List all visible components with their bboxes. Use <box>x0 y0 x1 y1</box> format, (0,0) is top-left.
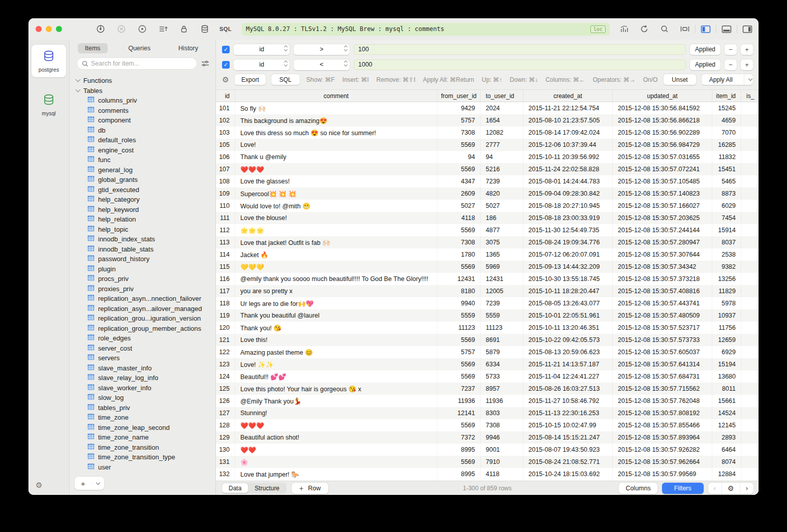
cell-comment[interactable]: Love this photo! Your hair is gorgeous 😘… <box>235 383 437 395</box>
tree-item-servers[interactable]: servers <box>76 353 215 363</box>
cell-comment[interactable]: 🌸 <box>235 456 437 468</box>
cell-is_[interactable] <box>741 419 759 431</box>
cell-comment[interactable]: Love the glasses! <box>235 175 437 187</box>
cell-updated_at[interactable]: 2015-12-08 15:30:57.105485 <box>613 175 712 187</box>
cell-created_at[interactable]: 2015-10-11 20:39:56.992 <box>523 151 613 163</box>
tree-item-gtid_executed[interactable]: gtid_executed <box>76 185 215 195</box>
cell-from_user_id[interactable]: 94 <box>437 151 481 163</box>
cell-id[interactable]: 111 <box>216 212 235 224</box>
table-row[interactable]: 108Love the glasses!434772392015-08-01 1… <box>216 175 759 187</box>
cell-created_at[interactable]: 2015-10-11 13:20:46.351 <box>523 322 613 334</box>
cell-is_[interactable] <box>741 407 759 419</box>
cell-is_[interactable] <box>741 431 759 444</box>
add-row-button[interactable]: + Row <box>292 483 328 494</box>
cell-item_id[interactable]: 8037 <box>712 236 741 248</box>
cell-is_[interactable] <box>741 187 759 200</box>
table-row[interactable]: 118Ur legs are to die for🙌💖994072392015-… <box>216 297 759 309</box>
cell-id[interactable]: 132 <box>216 468 235 480</box>
cell-to_user_id[interactable]: 6334 <box>481 358 523 370</box>
cell-from_user_id[interactable]: 7308 <box>437 127 481 139</box>
cell-to_user_id[interactable]: 1365 <box>481 248 523 261</box>
cell-updated_at[interactable]: 2015-12-08 15:30:57.072241 <box>613 163 712 175</box>
cell-comment[interactable]: Love this! <box>235 334 437 346</box>
cell-comment[interactable]: 🌟🌟🌟 <box>235 224 437 236</box>
table-row[interactable]: 106Thank u @emily94942015-10-11 20:39:56… <box>216 151 759 163</box>
cell-id[interactable]: 125 <box>216 383 235 395</box>
cell-id[interactable]: 121 <box>216 334 235 346</box>
tree-section-tables[interactable]: Tables <box>76 85 215 96</box>
table-row[interactable]: 113Love that jacket! Outfit is fab 🙌🏻730… <box>216 236 759 248</box>
cell-comment[interactable]: you are so pretty x <box>235 285 437 297</box>
column-header-item_id[interactable]: item_id <box>712 90 741 102</box>
filter-settings-gear-icon[interactable]: ⚙ <box>222 75 229 84</box>
cell-comment[interactable]: Thank u @emily <box>235 151 437 163</box>
cell-id[interactable]: 109 <box>216 187 235 200</box>
cell-updated_at[interactable]: 2015-12-08 15:30:56.902289 <box>613 127 712 139</box>
cell-to_user_id[interactable]: 5879 <box>481 346 523 358</box>
cell-from_user_id[interactable]: 11936 <box>437 395 481 407</box>
cell-item_id[interactable]: 14524 <box>712 407 741 419</box>
cell-id[interactable]: 106 <box>216 151 235 163</box>
cell-updated_at[interactable]: 2015-12-08 15:30:57.140823 <box>613 187 712 200</box>
cell-created_at[interactable]: 2015-10-01 22:05:51.961 <box>523 309 613 322</box>
cell-updated_at[interactable]: 2015-12-08 15:30:57.373218 <box>613 273 712 285</box>
cell-id[interactable]: 127 <box>216 407 235 419</box>
cell-from_user_id[interactable]: 5569 <box>437 419 481 431</box>
cell-is_[interactable] <box>741 444 759 456</box>
cell-comment[interactable]: Stunning! <box>235 407 437 419</box>
cell-from_user_id[interactable]: 5569 <box>437 224 481 236</box>
cell-item_id[interactable]: 5465 <box>712 175 741 187</box>
cell-from_user_id[interactable]: 9429 <box>437 102 481 114</box>
table-row[interactable]: 129Beautiful action shot!737299462015-08… <box>216 431 759 444</box>
add-filter-button[interactable]: + <box>741 44 753 55</box>
cell-item_id[interactable]: 9382 <box>712 261 741 273</box>
cell-to_user_id[interactable]: 11936 <box>481 395 523 407</box>
cell-updated_at[interactable]: 2015-12-08 15:30:57.280947 <box>613 236 712 248</box>
page-settings-gear-icon[interactable]: ⚙ <box>721 483 740 494</box>
table-row[interactable]: 123Love! ✨✨556963342015-11-21 14:13:57.1… <box>216 358 759 370</box>
connection-mysql[interactable]: mysql <box>32 88 66 121</box>
cell-item_id[interactable]: 6029 <box>712 200 741 212</box>
tree-item-replication_asynailover_managed[interactable]: replication_asyn...ailover_managed <box>76 304 215 314</box>
table-row[interactable]: 127Stunning!1214183032015-11-13 22:30:16… <box>216 407 759 419</box>
cell-created_at[interactable]: 2015-11-21 14:13:57.187 <box>523 358 613 370</box>
tree-item-engine_cost[interactable]: engine_cost <box>76 145 215 155</box>
cell-is_[interactable] <box>741 261 759 273</box>
cell-from_user_id[interactable]: 5569 <box>437 456 481 468</box>
column-header-id[interactable]: id <box>216 90 235 102</box>
tree-item-help_keyword[interactable]: help_keyword <box>76 205 215 215</box>
cell-is_[interactable] <box>741 468 759 480</box>
tree-item-help_relation[interactable]: help_relation <box>76 214 215 225</box>
cell-is_[interactable] <box>741 285 759 297</box>
cell-id[interactable]: 110 <box>216 200 235 212</box>
cell-item_id[interactable]: 15245 <box>712 102 741 114</box>
cell-updated_at[interactable]: 2015-12-08 15:30:56.841592 <box>613 102 712 114</box>
cell-is_[interactable] <box>741 139 759 151</box>
applied-button[interactable]: Applied <box>690 44 720 55</box>
cell-is_[interactable] <box>741 212 759 224</box>
cell-comment[interactable]: Love this dress so much 😍 so nice for su… <box>235 127 437 139</box>
chart-icon[interactable] <box>619 24 629 34</box>
export-button[interactable]: Export <box>235 74 266 85</box>
cell-is_[interactable] <box>741 151 759 163</box>
cell-id[interactable]: 129 <box>216 431 235 444</box>
cell-comment[interactable]: Thank you beautiful @laurel <box>235 309 437 322</box>
cell-from_user_id[interactable]: 1780 <box>437 248 481 261</box>
table-row[interactable]: 124Beautiful!! 💕💕556957332015-11-04 12:2… <box>216 370 759 383</box>
tree-item-time_zone_leap_second[interactable]: time_zone_leap_second <box>76 423 215 433</box>
table-row[interactable]: 103Love this dress so much 😍 so nice for… <box>216 127 759 139</box>
cell-to_user_id[interactable]: 3075 <box>481 236 523 248</box>
tree-item-password_history[interactable]: password_history <box>76 254 215 264</box>
table-row[interactable]: 121Love this!556986912015-10-22 09:42:05… <box>216 334 759 346</box>
cell-item_id[interactable]: 5978 <box>712 297 741 309</box>
cell-item_id[interactable]: 13256 <box>712 273 741 285</box>
cell-comment[interactable]: Amazing pastel theme 😊 <box>235 346 437 358</box>
cell-from_user_id[interactable]: 5569 <box>437 163 481 175</box>
filter-enabled-checkbox[interactable]: ✓ <box>222 61 230 69</box>
cell-created_at[interactable]: 2015-09-04 09:28:30.842 <box>523 187 613 200</box>
cell-is_[interactable] <box>741 236 759 248</box>
filter-tune-icon[interactable] <box>201 60 209 67</box>
toggle-bottom-panel-icon[interactable] <box>721 24 732 34</box>
cell-from_user_id[interactable]: 12141 <box>437 407 481 419</box>
cell-to_user_id[interactable]: 2024 <box>481 102 523 114</box>
